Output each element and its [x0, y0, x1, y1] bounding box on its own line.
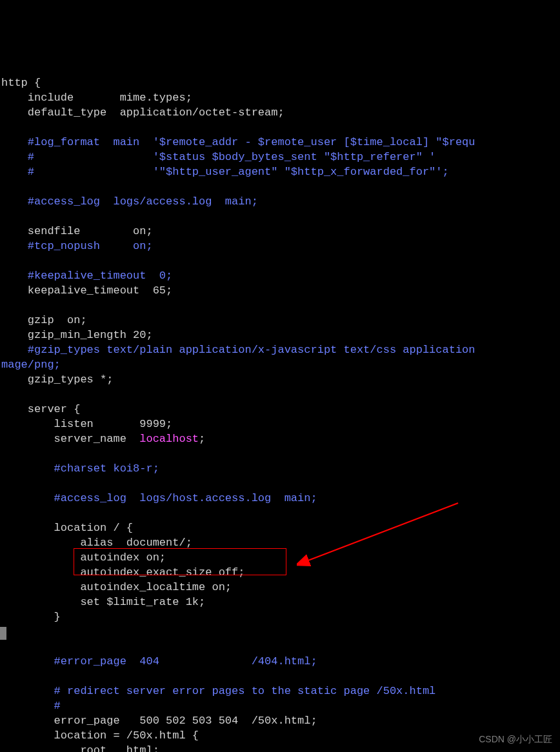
code-line-highlighted: set $limit_rate 1k; [1, 596, 205, 608]
code-line: listen 9999; [1, 418, 172, 430]
code-line: http { [1, 77, 41, 89]
code-line: include mime.types; [1, 92, 192, 104]
server-name-value: localhost [139, 433, 199, 445]
code-comment: # [1, 700, 61, 712]
code-comment: #keepalive_timeout 0; [1, 270, 172, 282]
code-line: gzip_min_length 20; [1, 329, 153, 341]
code-comment: # redirect server error pages to the sta… [1, 685, 435, 697]
code-line: } [1, 611, 61, 623]
code-line: gzip on; [1, 314, 87, 326]
code-comment: #access_log logs/host.access.log main; [1, 492, 317, 504]
code-comment: #tcp_nopush on; [1, 240, 153, 252]
code-line: server { [1, 403, 80, 415]
code-line: error_page 500 502 503 504 /50x.html; [1, 715, 317, 727]
code-line: autoindex on; [1, 551, 166, 564]
code-line: server_name localhost; [1, 433, 205, 445]
watermark: CSDN @小小工匠 [479, 732, 552, 747]
code-line: default_type application/octet-stream; [1, 106, 285, 119]
code-editor[interactable]: http { include mime.types; default_type … [0, 59, 560, 752]
code-line: sendfile on; [1, 225, 153, 237]
code-comment: #gzip_types text/plain application/x-jav… [1, 344, 475, 356]
code-line: keepalive_timeout 65; [1, 284, 172, 297]
code-comment: mage/png; [1, 359, 61, 371]
code-line: location / { [1, 522, 133, 534]
code-line: alias document/; [1, 537, 192, 549]
code-line: autoindex_localtime on; [1, 581, 232, 593]
code-line: root html; [1, 744, 159, 752]
code-line: location = /50x.html { [1, 729, 199, 742]
code-comment: #log_format main '$remote_addr - $remote… [1, 136, 475, 148]
code-comment: #error_page 404 /404.html; [1, 655, 317, 668]
code-line: autoindex_exact_size off; [1, 566, 245, 579]
code-line: gzip_types *; [1, 373, 113, 386]
code-comment: # '"$http_user_agent" "$http_x_forwarded… [1, 166, 449, 178]
code-comment: #access_log logs/access.log main; [1, 195, 258, 208]
cursor-indicator [0, 627, 6, 640]
code-comment: # '$status $body_bytes_sent "$http_refer… [1, 151, 435, 163]
code-comment: #charset koi8-r; [1, 462, 159, 475]
